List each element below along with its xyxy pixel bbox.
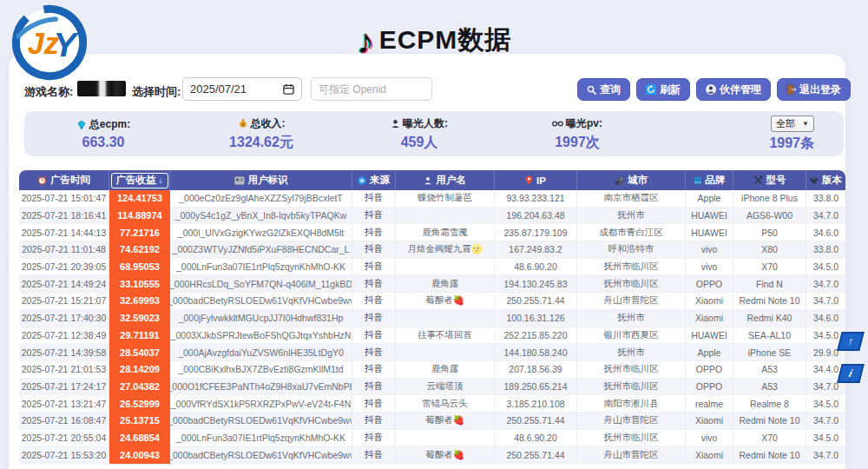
- cell-version: 34.5.0: [806, 430, 845, 447]
- diamond-icon: [810, 176, 819, 185]
- cell-city: 抚州市临川区: [577, 259, 686, 276]
- cell-username: 莓酿者🍓: [396, 413, 495, 430]
- info-button[interactable]: i: [837, 364, 864, 383]
- search-icon: [587, 85, 596, 95]
- cell-source: 抖音: [352, 224, 396, 241]
- cell-model: iPhone 8 Plus: [733, 190, 806, 208]
- cell-brand: vivo: [686, 241, 733, 259]
- time-select-label: 选择时间:: [132, 84, 181, 100]
- cell-source: 抖音: [352, 241, 396, 259]
- col-label: IP: [536, 175, 546, 186]
- cell-model: iPhone SE: [733, 344, 806, 361]
- revenue-sort-control[interactable]: 广告收益 ↓: [111, 173, 168, 188]
- refresh-icon: [646, 84, 656, 95]
- cell-model: A53: [733, 361, 806, 379]
- col-ad-time[interactable]: 广告时间: [19, 170, 109, 190]
- cell-version: 34.5.0: [806, 259, 845, 276]
- table-row: 2025-07-21 15:01:47 124.41753 _000eCz0zE…: [19, 190, 845, 208]
- cell-brand: vivo: [686, 430, 733, 447]
- cell-model: A53: [733, 379, 806, 396]
- cell-ad-time: 2025-07-21 15:01:47: [19, 190, 109, 208]
- col-city[interactable]: 城市: [577, 170, 686, 190]
- col-model[interactable]: 型号: [733, 170, 806, 190]
- calendar-icon[interactable]: [283, 83, 294, 95]
- date-value: 2025/07/21: [190, 83, 247, 96]
- cell-brand: Apple: [686, 344, 733, 361]
- cell-source: 抖音: [352, 259, 396, 276]
- toolbar-buttons: 查询 刷新 伙伴管理 退出登录: [577, 78, 851, 101]
- col-brand[interactable]: 品牌: [686, 170, 733, 190]
- cell-version: 34.7.0: [806, 275, 845, 293]
- cell-city: 舟山市普陀区: [577, 413, 686, 430]
- cell-ip: 48.6.90.20: [495, 430, 577, 447]
- cell-user-id: _000yS4c1gZ_yBnX_In8-lqvb5kyTPAQKw: [170, 208, 352, 225]
- cell-model: X80: [733, 241, 806, 259]
- game-name-label: 游戏名称:: [24, 84, 73, 100]
- back-to-top-button[interactable]: ↑: [837, 332, 864, 351]
- game-name-redacted-value: [77, 81, 126, 96]
- cell-city: 银川市西夏区: [577, 327, 686, 345]
- cell-source: 抖音: [352, 430, 396, 447]
- jzy-logo: Jz Y: [10, 3, 89, 82]
- filter-select[interactable]: 全部 ▼: [771, 116, 814, 132]
- table-row: 2025-07-21 17:40:30 32.59023 _000jFylvwk…: [19, 310, 845, 327]
- cell-city: 成都市青白江区: [577, 224, 686, 241]
- cell-ad-time: 2025-07-21 17:24:17: [19, 379, 109, 396]
- cell-brand: HUAWEI: [686, 208, 733, 225]
- cell-ad-time: 2025-07-21 18:16:41: [19, 208, 109, 225]
- cell-model: P50: [733, 224, 806, 241]
- cell-ip: 194.130.245.83: [495, 275, 577, 293]
- openid-input[interactable]: [311, 77, 432, 101]
- cell-user-id: _000LnFun3a07IE1rtPlq5zqynKhMhO-KK: [170, 259, 352, 276]
- table-row: 2025-07-21 17:24:17 27.04382 _000O1fCFEE…: [19, 379, 845, 396]
- cell-username: 莓酿者🍓: [396, 446, 495, 464]
- partner-manage-button[interactable]: 伙伴管理: [696, 78, 771, 101]
- building-icon: [615, 176, 624, 185]
- cell-ip: 167.249.83.2: [495, 241, 577, 259]
- table-row: 2025-07-21 13:21:47 26.52999 _000VfRYdSX…: [19, 395, 845, 413]
- cell-username: 鹿角霜雪魇: [396, 224, 495, 241]
- table-row: 2025-07-21 14:49:24 33.10555 _000HRcsLDq…: [19, 275, 845, 293]
- cell-brand: Xiaomi: [686, 293, 733, 310]
- cell-brand: vivo: [686, 259, 733, 276]
- cell-username: [396, 208, 495, 225]
- cell-ad-revenue: 24.68854: [109, 430, 170, 447]
- col-username[interactable]: 用户名: [396, 170, 495, 190]
- stat-value: 1324.62元: [229, 134, 293, 152]
- cell-ip: 250.255.71.44: [495, 446, 577, 464]
- cell-user-id: _000eCz0zEz9glAheXZZSyl79jBBcxletT: [170, 190, 352, 208]
- stat-exposure-users: 曝光人数: 459人: [340, 116, 498, 152]
- cell-brand: Xiaomi: [686, 310, 733, 327]
- cell-model: AGS6-W00: [733, 208, 806, 225]
- cell-source: 抖音: [352, 190, 396, 208]
- filter-count: 1997条: [769, 135, 814, 153]
- person-icon: [391, 119, 400, 129]
- date-picker[interactable]: 2025/07/21: [182, 77, 302, 101]
- blue-circle-icon: [358, 176, 366, 185]
- cell-ip: 100.16.31.126: [495, 310, 577, 327]
- cell-ad-time: 2025-07-21 14:44:13: [19, 224, 109, 241]
- refresh-button[interactable]: 刷新: [636, 78, 690, 101]
- cell-username: 鹿角露: [396, 275, 495, 293]
- cell-ip: 144.180.58.240: [495, 344, 577, 361]
- tools-icon: [753, 175, 763, 185]
- col-label: 用户名: [436, 174, 466, 187]
- col-user-id[interactable]: 用户标识: [170, 170, 352, 190]
- col-version[interactable]: 版本: [806, 170, 845, 190]
- col-source[interactable]: 来源: [352, 170, 396, 190]
- col-ip[interactable]: IP: [495, 170, 577, 190]
- cell-ad-revenue: 68.95053: [109, 259, 170, 276]
- cell-ip: 250.255.71.44: [495, 293, 577, 310]
- logout-button[interactable]: 退出登录: [777, 78, 851, 101]
- cell-ad-time: 2025-07-21 15:53:20: [19, 446, 109, 464]
- cell-ad-time: 2025-07-21 15:21:07: [19, 293, 109, 310]
- cell-ad-time: 2025-07-21 17:40:30: [19, 310, 109, 327]
- col-ad-revenue[interactable]: 广告收益 ↓: [109, 170, 170, 190]
- cell-ad-time: 2025-07-21 12:38:49: [19, 327, 109, 345]
- svg-text:Y: Y: [54, 25, 80, 63]
- jzy-logo-graphic: Jz Y: [10, 3, 89, 82]
- query-button[interactable]: 查询: [577, 78, 630, 101]
- cell-ip: 252.215.85.220: [495, 327, 577, 345]
- cell-ad-revenue: 32.59023: [109, 310, 170, 327]
- clock-icon: [37, 175, 47, 185]
